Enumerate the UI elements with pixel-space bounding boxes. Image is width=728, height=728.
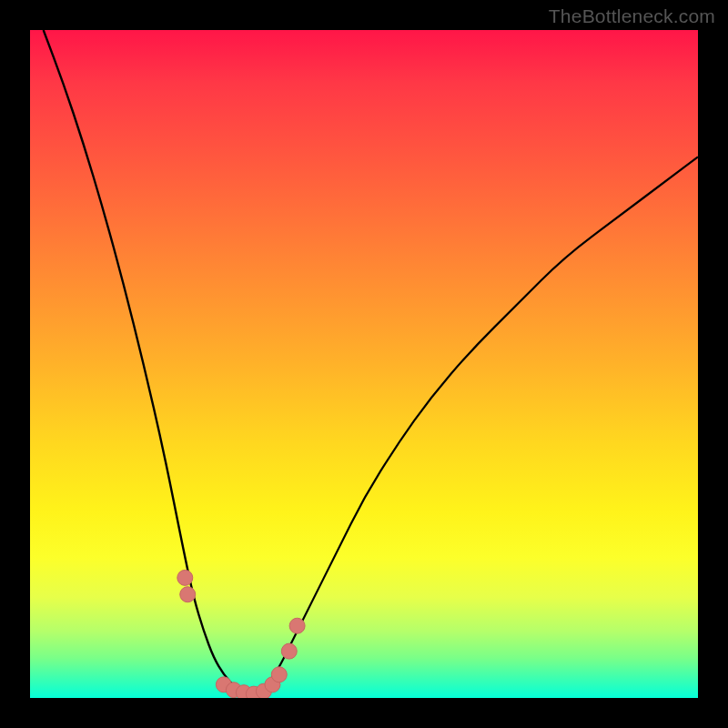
watermark-text: TheBottleneck.com [549, 5, 715, 27]
plot-area [30, 30, 698, 698]
chart-frame: TheBottleneck.com [0, 0, 728, 728]
marker-point [271, 667, 287, 682]
right-curve [250, 157, 698, 695]
left-curve-path [44, 30, 251, 695]
right-curve-path [250, 157, 698, 695]
marker-point [281, 643, 297, 659]
marker-point [180, 587, 196, 602]
curves-svg [30, 30, 698, 698]
marker-point [177, 570, 193, 585]
marker-point [289, 618, 305, 633]
highlight-markers [177, 570, 305, 698]
left-curve [44, 30, 251, 695]
